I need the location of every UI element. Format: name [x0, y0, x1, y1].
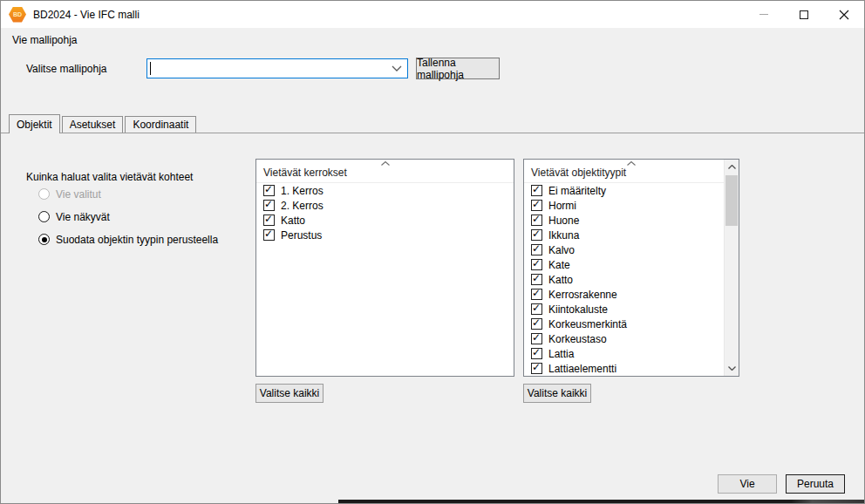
- export-button[interactable]: Vie: [718, 474, 777, 494]
- checkbox-icon[interactable]: [531, 185, 542, 196]
- object-type-item[interactable]: Lattiaelementti: [524, 361, 724, 376]
- floor-item[interactable]: Perustus: [256, 228, 514, 242]
- object-type-item-label: Korkeustaso: [548, 333, 607, 345]
- object-type-item-label: Ei määritelty: [548, 185, 606, 197]
- object-type-item-label: Korkeusmerkintä: [548, 318, 627, 330]
- floor-item-label: Katto: [281, 215, 305, 227]
- radio-option-label: Vie valitut: [56, 188, 101, 201]
- close-button[interactable]: [824, 1, 864, 28]
- checkbox-icon[interactable]: [531, 289, 542, 300]
- object-type-item-label: Katto: [548, 274, 573, 286]
- radio-icon: [38, 211, 50, 222]
- checkbox-icon[interactable]: [531, 333, 542, 344]
- object-type-item[interactable]: Kerrosrakenne: [524, 287, 724, 302]
- tab[interactable]: Koordinaatit: [125, 116, 196, 133]
- chevron-down-icon: [728, 366, 736, 371]
- selection-options: Vie valitut Vie näkyvät Suodata objektin…: [38, 187, 218, 255]
- checkbox-icon[interactable]: [531, 215, 542, 226]
- object-types-list: Vietävät objektityypit Ei määritelty Hor…: [523, 159, 739, 377]
- background-app-edge: [338, 500, 865, 504]
- object-type-item[interactable]: Korkeusmerkintä: [524, 317, 724, 331]
- minimize-icon: [759, 14, 768, 15]
- radio-option: Vie valitut: [38, 187, 218, 201]
- object-type-item-label: Kate: [548, 259, 570, 271]
- select-template-label: Valitse mallipohja: [26, 63, 107, 75]
- scrollbar-up-button[interactable]: [725, 160, 739, 174]
- selection-question-label: Kuinka haluat valita vietävät kohteet: [26, 171, 193, 183]
- minimize-button: [744, 1, 784, 28]
- tab-strip: Objektit Asetukset Koordinaatit: [9, 114, 198, 133]
- save-template-button[interactable]: Tallenna mallipohja: [416, 58, 500, 79]
- floor-item[interactable]: 1. Kerros: [256, 183, 514, 198]
- title-bar: BD BD2024 - Vie IFC malli: [1, 1, 864, 28]
- checkbox-icon[interactable]: [263, 229, 275, 241]
- object-types-list-items: Ei määritelty Hormi Huone Ikkuna Kalvo: [524, 183, 724, 376]
- floors-list-header: Vietävät kerrokset: [263, 167, 347, 179]
- app-icon: BD: [9, 7, 26, 23]
- object-type-item-label: Lattiaelementti: [548, 363, 616, 375]
- scrollbar-down-button[interactable]: [725, 361, 739, 376]
- checkbox-icon[interactable]: [531, 348, 542, 359]
- cancel-button[interactable]: Peruuta: [786, 474, 845, 494]
- checkbox-icon[interactable]: [531, 244, 542, 255]
- object-type-item[interactable]: Kate: [524, 257, 724, 272]
- object-type-item[interactable]: Kiintokaluste: [524, 302, 724, 317]
- chevron-up-icon: [728, 165, 736, 169]
- checkbox-icon[interactable]: [263, 215, 275, 226]
- text-caret: [150, 62, 151, 75]
- object-type-item[interactable]: Korkeustaso: [524, 331, 724, 346]
- checkbox-icon[interactable]: [531, 259, 542, 270]
- object-type-item-label: Lattia: [548, 348, 574, 360]
- floor-item-label: 2. Kerros: [281, 200, 324, 212]
- tab[interactable]: Asetukset: [62, 116, 124, 133]
- floor-item-label: Perustus: [281, 229, 322, 242]
- tab[interactable]: Objektit: [9, 114, 60, 133]
- chevron-down-icon[interactable]: [392, 65, 402, 72]
- scroll-up-icon[interactable]: [381, 161, 390, 166]
- object-type-item[interactable]: Kalvo: [524, 242, 724, 257]
- scrollbar-thumb[interactable]: [725, 175, 738, 226]
- object-type-item-label: Huone: [548, 215, 579, 227]
- window-title: BD2024 - Vie IFC malli: [33, 9, 744, 21]
- checkbox-icon[interactable]: [531, 303, 542, 315]
- maximize-icon: [800, 10, 808, 19]
- scroll-up-icon[interactable]: [627, 161, 636, 166]
- checkbox-icon[interactable]: [531, 318, 542, 330]
- maximize-button[interactable]: [784, 1, 824, 28]
- export-ifc-dialog: { "window": { "title": "BD2024 - Vie IFC…: [0, 0, 865, 504]
- object-type-item-label: Hormi: [548, 200, 576, 212]
- vertical-scrollbar[interactable]: [724, 160, 739, 376]
- object-type-item-label: Kerrosrakenne: [548, 289, 617, 301]
- select-all-types-button[interactable]: Valitse kaikki: [523, 384, 591, 403]
- checkbox-icon[interactable]: [531, 274, 542, 285]
- object-types-list-header: Vietävät objektityypit: [531, 167, 626, 179]
- checkbox-icon[interactable]: [531, 363, 542, 374]
- object-type-item-label: Kalvo: [548, 244, 575, 256]
- floor-item[interactable]: Katto: [256, 213, 514, 228]
- object-type-item[interactable]: Huone: [524, 213, 724, 228]
- object-type-item[interactable]: Katto: [524, 272, 724, 287]
- checkbox-icon[interactable]: [263, 200, 275, 211]
- radio-icon: [38, 234, 50, 245]
- checkbox-icon[interactable]: [531, 200, 542, 211]
- object-type-item-label: Ikkuna: [548, 229, 579, 242]
- radio-option[interactable]: Vie näkyvät: [38, 210, 218, 223]
- object-type-item[interactable]: Ikkuna: [524, 228, 724, 242]
- floor-item[interactable]: 2. Kerros: [256, 198, 514, 213]
- object-type-item[interactable]: Hormi: [524, 198, 724, 213]
- object-type-item[interactable]: Lattia: [524, 346, 724, 361]
- floor-item-label: 1. Kerros: [281, 185, 324, 197]
- checkbox-icon[interactable]: [263, 185, 275, 196]
- checkbox-icon[interactable]: [531, 229, 542, 241]
- floors-list-items: 1. Kerros 2. Kerros Katto Perustus: [256, 183, 514, 242]
- radio-icon: [38, 188, 50, 200]
- radio-option-label: Vie näkyvät: [56, 211, 110, 223]
- close-icon: [839, 10, 849, 20]
- floors-list: Vietävät kerrokset 1. Kerros 2. Kerros K…: [255, 159, 514, 377]
- select-all-floors-button[interactable]: Valitse kaikki: [255, 384, 324, 403]
- radio-option[interactable]: Suodata objektin tyypin perusteella: [38, 233, 218, 246]
- object-type-item[interactable]: Ei määritelty: [524, 183, 724, 198]
- object-type-item-label: Kiintokaluste: [548, 303, 608, 316]
- template-combobox[interactable]: [146, 58, 408, 78]
- template-group-label: Vie mallipohja: [12, 34, 78, 46]
